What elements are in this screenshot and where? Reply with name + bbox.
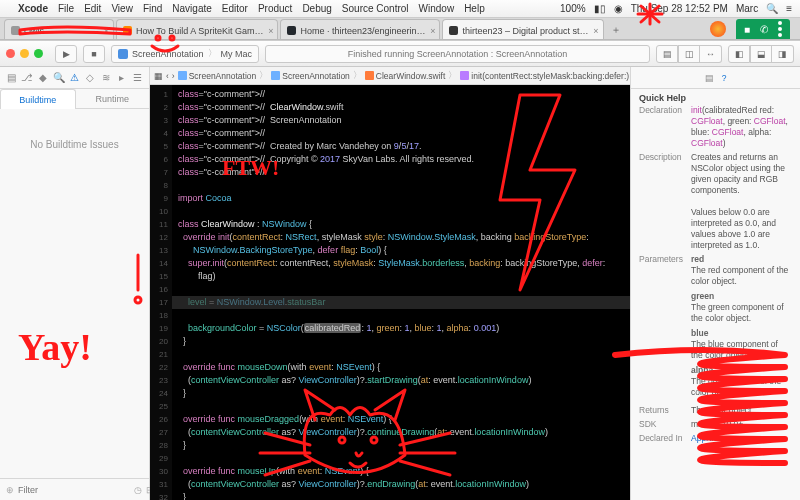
current-line-highlight xyxy=(172,296,630,309)
declaration-text: init(calibratedRed red: CGFloat, green: … xyxy=(691,105,792,149)
symbol-navigator-icon[interactable]: ◆ xyxy=(37,72,49,84)
crumb-symbol[interactable]: init(contentRect:styleMask:backing:defer… xyxy=(471,71,629,81)
run-button[interactable]: ▶ xyxy=(55,45,77,63)
report-navigator-icon[interactable]: ☰ xyxy=(131,72,143,84)
version-editor-icon[interactable]: ↔ xyxy=(700,45,722,63)
activity-viewer: Finished running ScreenAnnotation : Scre… xyxy=(265,45,650,63)
crumb-group[interactable]: ScreenAnnotation xyxy=(282,71,350,81)
source-control-navigator-icon[interactable]: ⎇ xyxy=(21,72,33,84)
battery-icon: ▮▯ xyxy=(594,3,606,14)
browser-tab-active[interactable]: thirteen23 – Digital product st…× xyxy=(442,19,603,39)
menu-edit[interactable]: Edit xyxy=(84,3,101,14)
phone-icon[interactable]: ✆ xyxy=(760,24,768,35)
menu-source-control[interactable]: Source Control xyxy=(342,3,409,14)
back-icon[interactable]: ‹ xyxy=(166,71,169,81)
menu-debug[interactable]: Debug xyxy=(302,3,331,14)
issue-navigator-icon[interactable]: ⚠ xyxy=(68,72,80,84)
panel-toggle-segment[interactable]: ◧ ⬓ ◨ xyxy=(728,45,794,63)
method-icon xyxy=(460,71,469,80)
tab-title: How To Build A SpriteKit Gam… xyxy=(136,26,263,36)
xcode-window: ▶ ■ ScreenAnnotation 〉 My Mac Finished r… xyxy=(0,40,800,500)
new-tab-button[interactable]: ＋ xyxy=(606,21,626,39)
window-controls xyxy=(6,49,43,58)
stop-button[interactable]: ■ xyxy=(83,45,105,63)
navigator-filter-bar: ⊕ ◷ ⊟ xyxy=(0,478,149,500)
close-icon[interactable]: × xyxy=(593,26,598,36)
browser-tab[interactable]: Owls× xyxy=(4,19,114,39)
editor-area: ▦ ‹ › ScreenAnnotation 〉 ScreenAnnotatio… xyxy=(150,67,630,500)
project-navigator-icon[interactable]: ▤ xyxy=(6,72,18,84)
minimize-window[interactable] xyxy=(20,49,29,58)
menu-find[interactable]: Find xyxy=(143,3,162,14)
toggle-navigator-icon[interactable]: ◧ xyxy=(728,45,750,63)
zoom-window[interactable] xyxy=(34,49,43,58)
assistant-editor-icon[interactable]: ◫ xyxy=(678,45,700,63)
app-icon xyxy=(118,49,128,59)
inspector-selector[interactable]: ▤ ? xyxy=(631,67,800,89)
menu-product[interactable]: Product xyxy=(258,3,292,14)
menu-help[interactable]: Help xyxy=(464,3,485,14)
crumb-project[interactable]: ScreenAnnotation xyxy=(189,71,257,81)
close-window[interactable] xyxy=(6,49,15,58)
tab-runtime[interactable]: Runtime xyxy=(76,89,150,109)
code-editor[interactable]: 1234567891011121314151617181920212223242… xyxy=(150,85,630,500)
declared-in-link[interactable]: AppKit xyxy=(691,433,792,444)
breakpoint-navigator-icon[interactable]: ▸ xyxy=(115,72,127,84)
editor-mode-segment[interactable]: ▤ ◫ ↔ xyxy=(656,45,722,63)
scheme-name: ScreenAnnotation xyxy=(132,49,204,59)
profile-icon[interactable] xyxy=(710,21,726,37)
close-icon[interactable]: × xyxy=(268,26,273,36)
forward-icon[interactable]: › xyxy=(172,71,175,81)
issues-empty-message: No Buildtime Issues xyxy=(0,109,149,478)
recent-filter-icon[interactable]: ◷ xyxy=(134,485,142,495)
toggle-inspector-icon[interactable]: ◨ xyxy=(772,45,794,63)
parameters-list: redThe red component of the color object… xyxy=(691,254,792,402)
macos-menubar: Xcode File Edit View Find Navigate Edito… xyxy=(0,0,800,18)
code-content[interactable]: class="c-comment">// class="c-comment">/… xyxy=(172,85,630,500)
filter-icon: ⊕ xyxy=(6,485,14,495)
scheme-selector[interactable]: ScreenAnnotation 〉 My Mac xyxy=(111,45,259,63)
label-declaration: Declaration xyxy=(639,105,691,149)
file-inspector-icon[interactable]: ▤ xyxy=(705,73,714,83)
inspector-panel: ▤ ? Quick Help Declaration init(calibrat… xyxy=(630,67,800,500)
clock[interactable]: Thu Sep 28 12:52 PM xyxy=(631,3,728,14)
more-icon[interactable] xyxy=(778,27,782,31)
jump-bar[interactable]: ▦ ‹ › ScreenAnnotation 〉 ScreenAnnotatio… xyxy=(150,67,630,85)
test-navigator-icon[interactable]: ◇ xyxy=(84,72,96,84)
debug-navigator-icon[interactable]: ≋ xyxy=(100,72,112,84)
tab-buildtime[interactable]: Buildtime xyxy=(0,89,76,109)
line-gutter[interactable]: 1234567891011121314151617181920212223242… xyxy=(150,85,172,500)
label-declared-in: Declared In xyxy=(639,433,691,444)
notification-center-icon[interactable]: ≡ xyxy=(786,3,792,14)
navigator-selector[interactable]: ▤ ⎇ ◆ 🔍 ⚠ ◇ ≋ ▸ ☰ xyxy=(0,67,149,89)
tab-title: Home · thirteen23/engineerin… xyxy=(300,26,425,36)
menu-file[interactable]: File xyxy=(58,3,74,14)
menu-window[interactable]: Window xyxy=(419,3,455,14)
browser-tabstrip: Owls× How To Build A SpriteKit Gam…× Hom… xyxy=(0,18,800,40)
browser-tab[interactable]: How To Build A SpriteKit Gam…× xyxy=(116,19,278,39)
menu-navigate[interactable]: Navigate xyxy=(172,3,211,14)
close-icon[interactable]: × xyxy=(104,26,109,36)
returns-text: The color object. xyxy=(691,405,792,416)
menu-view[interactable]: View xyxy=(111,3,133,14)
quick-help-icon[interactable]: ? xyxy=(722,73,727,83)
tab-title: thirteen23 – Digital product st… xyxy=(462,26,588,36)
hangouts-bar[interactable]: ■ ✆ xyxy=(736,19,790,39)
toggle-debug-icon[interactable]: ⬓ xyxy=(750,45,772,63)
app-menu[interactable]: Xcode xyxy=(18,3,48,14)
related-items-icon[interactable]: ▦ xyxy=(154,71,163,81)
filter-input[interactable] xyxy=(18,485,130,495)
browser-tab[interactable]: Home · thirteen23/engineerin…× xyxy=(280,19,440,39)
wifi-icon[interactable]: ◉ xyxy=(614,3,623,14)
scheme-destination: My Mac xyxy=(221,49,253,59)
crumb-file[interactable]: ClearWindow.swift xyxy=(376,71,445,81)
standard-editor-icon[interactable]: ▤ xyxy=(656,45,678,63)
find-navigator-icon[interactable]: 🔍 xyxy=(53,72,65,84)
menu-editor[interactable]: Editor xyxy=(222,3,248,14)
close-icon[interactable]: × xyxy=(430,26,435,36)
label-parameters: Parameters xyxy=(639,254,691,402)
user-name[interactable]: Marc xyxy=(736,3,758,14)
label-returns: Returns xyxy=(639,405,691,416)
spotlight-icon[interactable]: 🔍 xyxy=(766,3,778,14)
video-icon[interactable]: ■ xyxy=(744,24,750,35)
